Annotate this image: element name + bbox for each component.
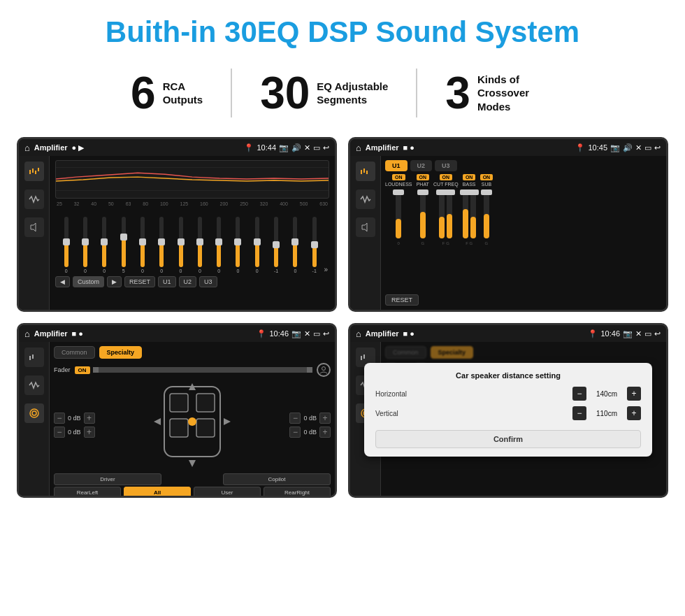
confirm-button[interactable]: Confirm xyxy=(375,430,641,448)
btn-copilot[interactable]: Copilot xyxy=(223,473,331,485)
bass-slider-f[interactable] xyxy=(463,189,468,238)
channel-u2[interactable]: U2 xyxy=(410,160,433,171)
xo-sub: ON SUB G xyxy=(480,174,493,292)
eq-arrows[interactable]: » xyxy=(324,266,328,273)
horizontal-plus-btn[interactable]: + xyxy=(627,387,641,401)
fader-tab-common[interactable]: Common xyxy=(54,346,95,359)
xo-cutfreq: ON CUT FREQ xyxy=(433,174,459,292)
left-sidebar-1 xyxy=(19,156,50,310)
app-label-4: Amplifier xyxy=(366,329,399,338)
sidebar-eq-icon-2[interactable] xyxy=(356,162,375,181)
vol-plus-3[interactable]: + xyxy=(319,413,331,424)
sidebar-wave-icon-2[interactable] xyxy=(356,189,375,209)
btn-user[interactable]: User xyxy=(194,487,261,498)
horizontal-minus-btn[interactable]: − xyxy=(572,387,586,401)
sidebar-speaker-icon-3[interactable] xyxy=(24,403,44,423)
btn-driver[interactable]: Driver xyxy=(54,473,161,485)
svg-marker-11 xyxy=(362,223,367,231)
fader-slider[interactable] xyxy=(93,367,312,373)
vertical-plus-btn[interactable]: + xyxy=(627,406,641,420)
fader-diagram-area: − 0 dB + − 0 dB + xyxy=(54,380,331,471)
status-bar-2: ⌂ Amplifier ■ ● 📍 10:45 📷 🔊 ✕ ▭ ↩ xyxy=(350,139,666,156)
screen-fader: ⌂ Amplifier ■ ● 📍 10:46 📷 ✕ ▭ ↩ xyxy=(17,323,337,498)
svg-point-14 xyxy=(30,409,38,417)
btn-rearleft[interactable]: RearLeft xyxy=(54,487,121,498)
sidebar-eq-icon[interactable] xyxy=(24,162,44,181)
vol-val-1: 0 dB xyxy=(68,415,81,422)
vol-ctrl-4: − 0 dB + xyxy=(289,427,331,438)
channel-u3[interactable]: U3 xyxy=(435,160,457,171)
cutfreq-slider-g[interactable] xyxy=(447,189,452,238)
loudness-slider[interactable] xyxy=(396,189,401,238)
cutfreq-slider-f[interactable] xyxy=(439,189,445,238)
dots-icon-1: ● ▶ xyxy=(72,143,85,152)
xo-reset-btn[interactable]: RESET xyxy=(385,294,419,306)
vol-plus-1[interactable]: + xyxy=(84,413,95,424)
eq-slider-1: 0 xyxy=(57,217,75,273)
eq-slider-8: 0 xyxy=(190,217,209,273)
stat-rca: 6 RCAOutputs xyxy=(103,71,231,115)
vol-minus-3[interactable]: − xyxy=(289,413,301,424)
car-diagram-svg xyxy=(150,380,234,471)
vol-minus-2[interactable]: − xyxy=(54,427,65,438)
cutfreq-on: ON xyxy=(440,174,453,180)
eq-u1-btn[interactable]: U1 xyxy=(158,276,176,287)
left-sidebar-3 xyxy=(19,342,50,496)
dots-icon-3: ■ ● xyxy=(72,329,83,338)
fader-right-volumes: − 0 dB + − 0 dB + xyxy=(289,380,331,471)
eq-freq-labels: 253240506380100125160200250320400500630 xyxy=(55,201,329,206)
bass-slider-g[interactable] xyxy=(470,189,476,238)
window-icon-2: ▭ xyxy=(644,143,651,152)
sidebar-wave-icon-3[interactable] xyxy=(24,375,44,395)
bg-tab-common: Common xyxy=(385,346,426,359)
eq-main: 253240506380100125160200250320400500630 … xyxy=(50,156,335,310)
sidebar-eq-icon-3[interactable] xyxy=(24,348,44,367)
car-diagram-wrapper xyxy=(98,380,287,471)
stat-eq-number: 30 xyxy=(260,71,310,115)
sub-slider[interactable] xyxy=(484,189,489,238)
eq-reset-btn[interactable]: RESET xyxy=(124,276,155,287)
vol-minus-4[interactable]: − xyxy=(289,427,301,438)
dialog-title: Car speaker distance setting xyxy=(375,371,641,380)
svg-marker-26 xyxy=(224,418,231,425)
eq-slider-7: 0 xyxy=(171,217,190,273)
vol-plus-4[interactable]: + xyxy=(319,427,331,438)
channel-u1[interactable]: U1 xyxy=(385,160,408,171)
time-2: 10:45 xyxy=(588,143,607,152)
btn-all[interactable]: All xyxy=(124,487,191,498)
stat-crossover-number: 3 xyxy=(445,71,470,115)
eq-custom-btn[interactable]: Custom xyxy=(73,276,104,287)
vol-minus-1[interactable]: − xyxy=(54,413,65,424)
dots-icon-4: ■ ● xyxy=(403,329,414,338)
page-wrapper: Buith-in 30EQ DSP Sound System 6 RCAOutp… xyxy=(0,0,685,515)
sidebar-wave-icon[interactable] xyxy=(24,189,44,209)
fader-tab-group-4: Common Specialty xyxy=(385,346,662,359)
bg-tab-specialty: Specialty xyxy=(431,346,474,359)
home-icon-1: ⌂ xyxy=(24,143,30,153)
svg-point-22 xyxy=(188,417,196,426)
phat-slider[interactable] xyxy=(420,189,426,238)
fader-tab-specialty[interactable]: Specialty xyxy=(99,346,143,359)
eq-slider-13: 0 xyxy=(286,217,305,273)
home-icon-3: ⌂ xyxy=(24,329,30,339)
eq-slider-6: 0 xyxy=(152,217,171,273)
location-icon-4: 📍 xyxy=(588,329,598,338)
vertical-value: 110cm xyxy=(589,410,624,417)
eq-prev-btn[interactable]: ◀ xyxy=(55,276,70,287)
crossover-controls: ON LOUDNESS 0 ON PHAT xyxy=(385,174,662,292)
svg-marker-25 xyxy=(154,418,161,425)
sidebar-vol-icon[interactable] xyxy=(24,217,44,237)
eq-u3-btn[interactable]: U3 xyxy=(199,276,217,287)
vol-plus-2[interactable]: + xyxy=(84,427,95,438)
screen-content-1: 253240506380100125160200250320400500630 … xyxy=(19,156,335,310)
eq-next-btn[interactable]: ▶ xyxy=(107,276,122,287)
eq-u2-btn[interactable]: U2 xyxy=(179,276,197,287)
camera-icon-1: 📷 xyxy=(279,143,289,152)
svg-point-15 xyxy=(32,411,36,415)
svg-rect-19 xyxy=(196,394,215,412)
vertical-minus-btn[interactable]: − xyxy=(572,406,586,420)
btn-rearright[interactable]: RearRight xyxy=(264,487,331,498)
stat-eq: 30 EQ AdjustableSegments xyxy=(232,71,416,115)
sidebar-vol-icon-2[interactable] xyxy=(356,217,375,237)
window-icon-4: ▭ xyxy=(644,329,651,338)
